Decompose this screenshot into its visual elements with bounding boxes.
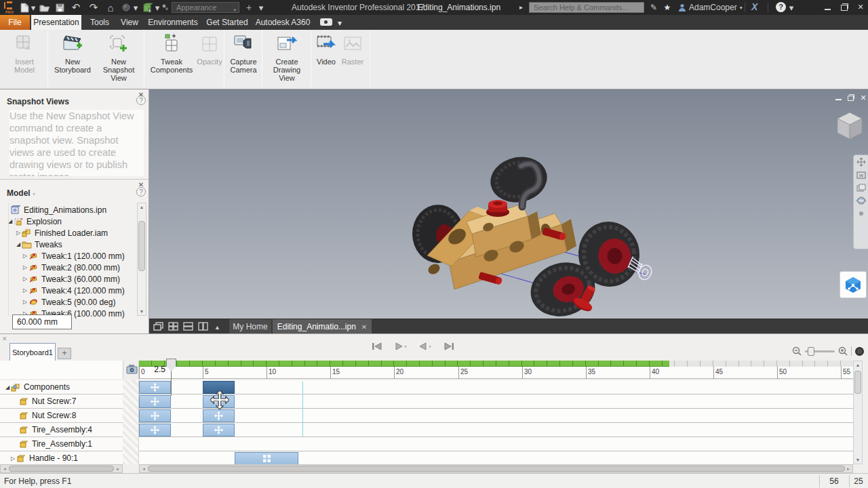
undo-button[interactable]: ↶ bbox=[69, 1, 83, 14]
tab-view[interactable]: View bbox=[116, 15, 143, 30]
exploded-model-toy-loader[interactable] bbox=[407, 154, 678, 319]
action-bar[interactable] bbox=[139, 409, 171, 422]
tab-environments[interactable]: Environments bbox=[144, 15, 201, 30]
pen-sign-icon[interactable]: ✎ bbox=[648, 1, 659, 14]
scroll-up-icon[interactable]: ▲ bbox=[138, 205, 145, 209]
timeline-ruler[interactable]: 0 5 10 15 20 25 30 35 40 45 50 55 bbox=[0, 361, 853, 379]
timeline-options-button[interactable] bbox=[855, 347, 864, 356]
tree-item-finished-loader[interactable]: ▷ Finished Loader.iam bbox=[0, 227, 108, 239]
timeline-vscrollbar[interactable]: ▲ ▼ bbox=[853, 361, 863, 464]
qat-customize-icon[interactable]: ▾ bbox=[258, 1, 264, 14]
save-button[interactable] bbox=[54, 1, 65, 14]
window-minimize-button[interactable] bbox=[823, 3, 833, 12]
insert-model-button[interactable]: Insert Model bbox=[4, 33, 45, 74]
add-storyboard-button[interactable]: + bbox=[58, 348, 71, 359]
action-bar[interactable] bbox=[203, 424, 235, 436]
track-column-hscrollbar[interactable]: ◂ ▸ bbox=[0, 464, 123, 473]
window-close-button[interactable]: ✕ bbox=[856, 3, 865, 12]
tab-file[interactable]: File bbox=[0, 15, 30, 30]
zoom-out-icon[interactable] bbox=[792, 346, 802, 356]
navbar-options-icon[interactable] bbox=[856, 209, 867, 218]
expander-expanded-icon[interactable]: ◢ bbox=[4, 384, 11, 390]
expander-collapsed-icon[interactable]: ▷ bbox=[22, 287, 28, 293]
tree-item-tweak-4[interactable]: ▷ Tweak:4 (120.000 mm) bbox=[0, 285, 125, 296]
search-input[interactable]: Search Help & Commands... bbox=[529, 2, 644, 13]
help-icon[interactable]: ? bbox=[776, 2, 786, 12]
expander-collapsed-icon[interactable]: ▷ bbox=[22, 276, 28, 282]
action-bar[interactable] bbox=[139, 395, 171, 408]
a360-share-button[interactable] bbox=[840, 271, 867, 298]
doc-window-minimize-button[interactable] bbox=[834, 94, 844, 102]
storyboard-tab[interactable]: Storyboard1 bbox=[9, 343, 56, 361]
scrollbar-thumb[interactable] bbox=[148, 466, 845, 472]
track-grid[interactable] bbox=[139, 380, 853, 464]
tile-vertical-icon[interactable] bbox=[198, 322, 208, 331]
scroll-left-icon[interactable]: ◂ bbox=[1, 465, 9, 472]
tree-item-tweak-2[interactable]: ▷ Tweak:2 (80.000 mm) bbox=[0, 262, 120, 273]
tree-item-tweaks-folder[interactable]: ◢ Tweaks bbox=[0, 239, 62, 250]
model-tree-scrollbar[interactable]: ▲ ▼ bbox=[137, 203, 146, 316]
exchange-apps-icon[interactable]: X bbox=[751, 1, 757, 12]
expander-collapsed-icon[interactable]: ▷ bbox=[22, 264, 28, 270]
tab-tools[interactable]: Tools bbox=[85, 15, 115, 30]
scroll-down-icon[interactable]: ▼ bbox=[854, 458, 861, 462]
favorites-star-icon[interactable]: ★ bbox=[662, 1, 673, 14]
user-account-area[interactable]: AdamCooper ▾ bbox=[678, 2, 743, 13]
action-bar[interactable] bbox=[139, 381, 171, 394]
collapse-tabs-icon[interactable]: ▲ bbox=[214, 324, 220, 331]
cascade-windows-icon[interactable] bbox=[153, 322, 163, 331]
scroll-right-icon[interactable]: ▸ bbox=[844, 465, 852, 472]
new-storyboard-button[interactable]: New Storyboard bbox=[52, 33, 94, 74]
reverse-options-icon[interactable]: ▾ bbox=[429, 344, 431, 350]
scrollbar-thumb[interactable] bbox=[9, 466, 114, 472]
tab-close-icon[interactable]: ✕ bbox=[361, 323, 367, 331]
zoom-in-icon[interactable] bbox=[838, 346, 848, 356]
camera-track-header[interactable] bbox=[123, 361, 139, 379]
tree-item-explosion[interactable]: ◢ Explosion bbox=[0, 216, 62, 227]
opacity-button[interactable]: Opacity bbox=[195, 33, 224, 66]
action-bar[interactable] bbox=[139, 424, 171, 436]
video-button[interactable]: Video bbox=[313, 33, 339, 66]
tree-item-document[interactable]: Editing_Animations.ipn bbox=[0, 204, 106, 216]
new-file-button[interactable] bbox=[19, 1, 30, 14]
tab-active-document[interactable]: Editing_Animatio...ipn✕ bbox=[273, 319, 372, 334]
expander-collapsed-icon[interactable]: ▷ bbox=[15, 230, 22, 236]
action-bar[interactable] bbox=[203, 409, 235, 422]
qat-add-button[interactable]: + bbox=[244, 1, 254, 14]
view-cube[interactable] bbox=[833, 108, 867, 142]
zoom-slider[interactable] bbox=[805, 350, 835, 352]
material-dropdown-icon[interactable]: ▾ bbox=[133, 1, 138, 14]
raster-button[interactable]: Raster bbox=[339, 33, 366, 66]
tab-my-home[interactable]: My Home bbox=[229, 319, 271, 334]
new-file-dropdown-icon[interactable]: ▾ bbox=[31, 1, 36, 14]
expander-collapsed-icon[interactable]: ▷ bbox=[9, 455, 16, 462]
storyboard-duration-bar[interactable] bbox=[139, 361, 669, 367]
timeline-close-icon[interactable]: ✕ bbox=[2, 336, 7, 342]
track-nut-screw-7[interactable]: Nut Screw:7 bbox=[0, 394, 123, 409]
scroll-left-icon[interactable]: ◂ bbox=[140, 465, 148, 472]
tree-item-tweak-5[interactable]: ▷ Tweak:5 (90.00 deg) bbox=[0, 296, 115, 308]
doc-window-restore-button[interactable] bbox=[846, 94, 856, 102]
component-dots-icon[interactable] bbox=[161, 1, 170, 14]
expander-collapsed-icon[interactable]: ▷ bbox=[22, 299, 28, 305]
navigation-bar[interactable] bbox=[853, 155, 868, 249]
capture-camera-button[interactable]: Capture Camera bbox=[226, 33, 260, 74]
create-drawing-view-button[interactable]: Create Drawing View bbox=[264, 33, 309, 82]
appearance-cube-icon[interactable] bbox=[141, 1, 153, 14]
tab-get-started[interactable]: Get Started bbox=[203, 15, 252, 30]
doc-window-close-button[interactable]: ✕ bbox=[859, 94, 868, 102]
play-reverse-button[interactable]: ▾ bbox=[419, 342, 431, 350]
appearance-combo[interactable]: Appearance ▾ bbox=[172, 2, 239, 13]
tree-item-tweak-3[interactable]: ▷ Tweak:3 (60.000 mm) bbox=[0, 273, 120, 285]
orbit-icon[interactable] bbox=[856, 196, 867, 205]
window-restore-button[interactable] bbox=[840, 3, 849, 12]
home-button[interactable]: ⌂ bbox=[104, 1, 117, 14]
model-panel-help-icon[interactable]: ? bbox=[136, 187, 146, 197]
tab-a360[interactable]: Autodesk A360 bbox=[253, 15, 313, 30]
tweak-components-button[interactable]: Tweak Components bbox=[149, 33, 194, 74]
expander-collapsed-icon[interactable]: ▷ bbox=[22, 253, 28, 259]
track-components[interactable]: ◢ Components bbox=[0, 380, 123, 394]
material-sphere-icon[interactable] bbox=[121, 1, 132, 14]
3d-viewport[interactable]: ✕ bbox=[149, 89, 868, 319]
go-to-end-button[interactable] bbox=[443, 342, 454, 350]
